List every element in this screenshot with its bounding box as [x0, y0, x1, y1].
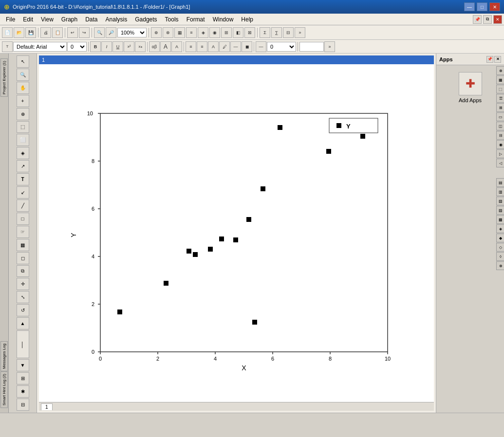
tool-a[interactable]: ⊞: [17, 372, 29, 384]
menu-edit[interactable]: Edit: [19, 15, 37, 24]
menu-graph[interactable]: Graph: [57, 15, 81, 24]
minimize-button[interactable]: —: [464, 2, 475, 11]
format-btn1[interactable]: T: [2, 41, 13, 52]
crosshair-tool[interactable]: +: [17, 95, 29, 107]
hand-tool[interactable]: ☞: [17, 226, 29, 238]
fontsize-up[interactable]: A: [160, 41, 171, 52]
apps-close[interactable]: ✕: [494, 56, 501, 63]
save-btn[interactable]: 💾: [25, 27, 36, 38]
strip-btn-11[interactable]: ◁: [496, 159, 504, 167]
text-tool[interactable]: T: [17, 173, 29, 185]
pan-tool[interactable]: ✋: [17, 82, 29, 94]
text-color[interactable]: A: [208, 41, 219, 52]
menu-file[interactable]: File: [2, 15, 19, 24]
table-tool[interactable]: ▦: [17, 239, 29, 251]
data-reader[interactable]: ⊕: [17, 108, 29, 120]
strip-btn-19[interactable]: ◇: [496, 243, 504, 252]
line-tool[interactable]: ╱: [17, 200, 29, 212]
tb-btn6[interactable]: ⊗: [163, 27, 173, 38]
menu-tools[interactable]: Tools: [161, 15, 183, 24]
region-tool[interactable]: ⬜: [17, 134, 29, 146]
tool-c[interactable]: ⊟: [17, 399, 29, 411]
mask-tool[interactable]: ◈: [17, 147, 29, 159]
align-left[interactable]: ≡: [186, 41, 196, 52]
pointer-tool[interactable]: ↖: [17, 55, 29, 68]
select-tool[interactable]: ⬚: [17, 121, 29, 133]
open-btn[interactable]: 📂: [14, 27, 24, 38]
menu-gadgets[interactable]: Gadgets: [131, 15, 161, 24]
font-size-select[interactable]: 0 81012: [67, 42, 87, 52]
line-color[interactable]: —: [230, 41, 241, 52]
window-controls[interactable]: — □ ✕: [464, 2, 500, 11]
more-tools[interactable]: »: [295, 27, 305, 38]
draw-pointer[interactable]: ↙: [17, 186, 29, 199]
strip-btn-9[interactable]: ◉: [496, 140, 504, 149]
tb-btn12[interactable]: ◧: [233, 27, 243, 38]
menu-data[interactable]: Data: [81, 15, 101, 24]
tool-b[interactable]: ✱: [17, 385, 29, 398]
strip-btn-7[interactable]: ◫: [496, 122, 504, 130]
align-center[interactable]: ≡: [197, 41, 207, 52]
copy-tool[interactable]: ⧉: [17, 265, 29, 277]
menu-analysis[interactable]: Analysis: [102, 15, 131, 24]
new-btn[interactable]: 📄: [2, 27, 13, 38]
tb-btn9[interactable]: ◈: [198, 27, 208, 38]
scale-tool[interactable]: ⤡: [17, 291, 29, 303]
zoom-out-btn[interactable]: 🔎: [106, 27, 116, 38]
graph-tool[interactable]: ◻: [17, 252, 29, 264]
scroll-down[interactable]: ▼: [17, 359, 29, 371]
close-button[interactable]: ✕: [489, 2, 500, 11]
underline-btn[interactable]: U: [112, 41, 123, 52]
scroll-up[interactable]: ▲: [17, 317, 29, 329]
add-apps-button[interactable]: ✚ Add Apps: [451, 69, 490, 106]
highlight-color[interactable]: 🖊: [219, 41, 230, 52]
restore-button[interactable]: ⧉: [483, 15, 492, 24]
print-btn[interactable]: 🖨: [40, 27, 51, 38]
color-box[interactable]: [299, 42, 324, 52]
menu-help[interactable]: Help: [237, 15, 257, 24]
apps-pin[interactable]: 📌: [486, 56, 493, 63]
italic-btn[interactable]: I: [101, 41, 112, 52]
undo-btn[interactable]: ↩: [67, 27, 78, 38]
tb-btn8[interactable]: ≡: [186, 27, 197, 38]
tb-btn7[interactable]: ▦: [174, 27, 185, 38]
graph-tab-1[interactable]: 1: [41, 403, 53, 410]
pin-button[interactable]: 📌: [473, 15, 482, 24]
messages-log-tab[interactable]: Messages Log: [0, 341, 8, 371]
subscript-btn[interactable]: x₂: [135, 41, 146, 52]
tb-btn16[interactable]: ⊟: [283, 27, 294, 38]
tb-btn13[interactable]: ⊠: [244, 27, 255, 38]
strip-btn-21[interactable]: ⊕: [496, 261, 504, 270]
tb-btn15[interactable]: ∑: [271, 27, 282, 38]
strip-btn-18[interactable]: ◆: [496, 234, 504, 242]
line-width-select[interactable]: 0: [267, 42, 296, 52]
strip-btn-4[interactable]: ☰: [496, 94, 504, 103]
zoom-tool[interactable]: 🔍: [17, 69, 29, 81]
strip-btn-13[interactable]: ▥: [496, 187, 504, 196]
strip-btn-14[interactable]: ▧: [496, 197, 504, 205]
more-format[interactable]: »: [324, 41, 335, 52]
maximize-button[interactable]: □: [477, 2, 487, 11]
tb-btn5[interactable]: ⊕: [151, 27, 162, 38]
strip-btn-6[interactable]: ▭: [496, 112, 504, 121]
font-select[interactable]: Default: Arial: [13, 42, 67, 52]
strip-btn-10[interactable]: ▷: [496, 149, 504, 158]
arrow-tool[interactable]: ↗: [17, 160, 29, 172]
rotate-tool[interactable]: ↺: [17, 304, 29, 316]
strip-btn-17[interactable]: ◈: [496, 224, 504, 233]
tb-btn11[interactable]: ⊞: [221, 27, 232, 38]
strip-btn-20[interactable]: ◊: [496, 252, 504, 261]
strip-btn-3[interactable]: ⬚: [496, 85, 504, 93]
tb-btn14[interactable]: Σ: [260, 27, 270, 38]
project-explorer-tab[interactable]: Project Explorer (1): [0, 58, 8, 97]
zoom-in-btn[interactable]: 🔍: [94, 27, 105, 38]
strip-btn-16[interactable]: ▩: [496, 215, 504, 224]
close-menu-button[interactable]: ✕: [493, 15, 502, 24]
smart-hint-tab[interactable]: Smart Hint Log (2): [0, 371, 8, 408]
menu-window[interactable]: Window: [209, 15, 238, 24]
copy-btn[interactable]: 📋: [52, 27, 63, 38]
fontsize-down[interactable]: A: [171, 41, 182, 52]
zoom-select[interactable]: 100% 75% 150%: [117, 28, 147, 37]
menu-view[interactable]: View: [37, 15, 57, 24]
strip-btn-12[interactable]: ▤: [496, 178, 504, 187]
